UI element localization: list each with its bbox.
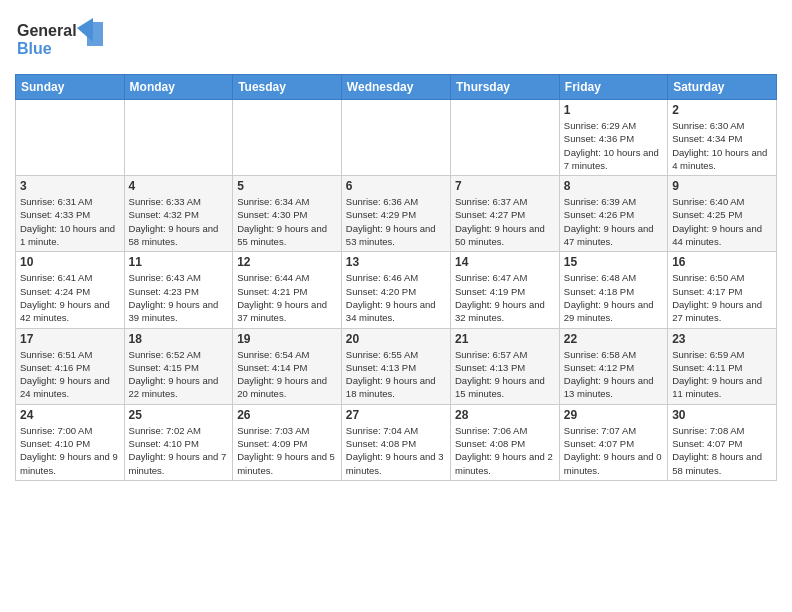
day-number: 30 xyxy=(672,408,772,422)
day-number: 3 xyxy=(20,179,120,193)
calendar-header-row: SundayMondayTuesdayWednesdayThursdayFrid… xyxy=(16,75,777,100)
day-number: 6 xyxy=(346,179,446,193)
day-number: 26 xyxy=(237,408,337,422)
day-info: Sunrise: 6:39 AM Sunset: 4:26 PM Dayligh… xyxy=(564,195,663,248)
calendar-table: SundayMondayTuesdayWednesdayThursdayFrid… xyxy=(15,74,777,481)
calendar-cell: 30Sunrise: 7:08 AM Sunset: 4:07 PM Dayli… xyxy=(668,404,777,480)
day-number: 1 xyxy=(564,103,663,117)
calendar-cell xyxy=(451,100,560,176)
day-info: Sunrise: 7:07 AM Sunset: 4:07 PM Dayligh… xyxy=(564,424,663,477)
day-info: Sunrise: 6:50 AM Sunset: 4:17 PM Dayligh… xyxy=(672,271,772,324)
day-number: 2 xyxy=(672,103,772,117)
day-number: 15 xyxy=(564,255,663,269)
day-info: Sunrise: 7:08 AM Sunset: 4:07 PM Dayligh… xyxy=(672,424,772,477)
calendar-week-row: 3Sunrise: 6:31 AM Sunset: 4:33 PM Daylig… xyxy=(16,176,777,252)
weekday-header: Friday xyxy=(559,75,667,100)
day-number: 4 xyxy=(129,179,229,193)
weekday-header: Tuesday xyxy=(233,75,342,100)
day-info: Sunrise: 6:48 AM Sunset: 4:18 PM Dayligh… xyxy=(564,271,663,324)
calendar-cell: 1Sunrise: 6:29 AM Sunset: 4:36 PM Daylig… xyxy=(559,100,667,176)
calendar-cell: 15Sunrise: 6:48 AM Sunset: 4:18 PM Dayli… xyxy=(559,252,667,328)
calendar-cell xyxy=(16,100,125,176)
day-info: Sunrise: 7:02 AM Sunset: 4:10 PM Dayligh… xyxy=(129,424,229,477)
calendar-cell: 18Sunrise: 6:52 AM Sunset: 4:15 PM Dayli… xyxy=(124,328,233,404)
calendar-cell: 9Sunrise: 6:40 AM Sunset: 4:25 PM Daylig… xyxy=(668,176,777,252)
day-info: Sunrise: 6:29 AM Sunset: 4:36 PM Dayligh… xyxy=(564,119,663,172)
day-number: 16 xyxy=(672,255,772,269)
day-info: Sunrise: 6:58 AM Sunset: 4:12 PM Dayligh… xyxy=(564,348,663,401)
day-info: Sunrise: 6:57 AM Sunset: 4:13 PM Dayligh… xyxy=(455,348,555,401)
day-info: Sunrise: 6:47 AM Sunset: 4:19 PM Dayligh… xyxy=(455,271,555,324)
calendar-cell: 6Sunrise: 6:36 AM Sunset: 4:29 PM Daylig… xyxy=(341,176,450,252)
calendar-cell: 29Sunrise: 7:07 AM Sunset: 4:07 PM Dayli… xyxy=(559,404,667,480)
calendar-cell: 3Sunrise: 6:31 AM Sunset: 4:33 PM Daylig… xyxy=(16,176,125,252)
svg-text:General: General xyxy=(17,22,77,39)
svg-marker-3 xyxy=(77,18,93,42)
day-number: 7 xyxy=(455,179,555,193)
day-info: Sunrise: 7:03 AM Sunset: 4:09 PM Dayligh… xyxy=(237,424,337,477)
day-number: 18 xyxy=(129,332,229,346)
day-number: 11 xyxy=(129,255,229,269)
day-number: 13 xyxy=(346,255,446,269)
day-info: Sunrise: 6:43 AM Sunset: 4:23 PM Dayligh… xyxy=(129,271,229,324)
day-info: Sunrise: 6:46 AM Sunset: 4:20 PM Dayligh… xyxy=(346,271,446,324)
day-info: Sunrise: 6:59 AM Sunset: 4:11 PM Dayligh… xyxy=(672,348,772,401)
header: General Blue xyxy=(15,10,777,66)
weekday-header: Saturday xyxy=(668,75,777,100)
calendar-cell: 4Sunrise: 6:33 AM Sunset: 4:32 PM Daylig… xyxy=(124,176,233,252)
calendar-cell: 8Sunrise: 6:39 AM Sunset: 4:26 PM Daylig… xyxy=(559,176,667,252)
calendar-cell: 27Sunrise: 7:04 AM Sunset: 4:08 PM Dayli… xyxy=(341,404,450,480)
calendar-week-row: 10Sunrise: 6:41 AM Sunset: 4:24 PM Dayli… xyxy=(16,252,777,328)
day-info: Sunrise: 6:55 AM Sunset: 4:13 PM Dayligh… xyxy=(346,348,446,401)
day-number: 29 xyxy=(564,408,663,422)
day-info: Sunrise: 7:00 AM Sunset: 4:10 PM Dayligh… xyxy=(20,424,120,477)
day-number: 25 xyxy=(129,408,229,422)
calendar-cell: 20Sunrise: 6:55 AM Sunset: 4:13 PM Dayli… xyxy=(341,328,450,404)
day-number: 24 xyxy=(20,408,120,422)
day-number: 17 xyxy=(20,332,120,346)
day-number: 8 xyxy=(564,179,663,193)
logo-text: General Blue xyxy=(15,14,110,66)
day-info: Sunrise: 6:36 AM Sunset: 4:29 PM Dayligh… xyxy=(346,195,446,248)
calendar-cell: 19Sunrise: 6:54 AM Sunset: 4:14 PM Dayli… xyxy=(233,328,342,404)
calendar-cell: 23Sunrise: 6:59 AM Sunset: 4:11 PM Dayli… xyxy=(668,328,777,404)
calendar-cell: 24Sunrise: 7:00 AM Sunset: 4:10 PM Dayli… xyxy=(16,404,125,480)
day-info: Sunrise: 6:30 AM Sunset: 4:34 PM Dayligh… xyxy=(672,119,772,172)
day-number: 10 xyxy=(20,255,120,269)
calendar-week-row: 1Sunrise: 6:29 AM Sunset: 4:36 PM Daylig… xyxy=(16,100,777,176)
day-info: Sunrise: 7:04 AM Sunset: 4:08 PM Dayligh… xyxy=(346,424,446,477)
calendar-cell: 14Sunrise: 6:47 AM Sunset: 4:19 PM Dayli… xyxy=(451,252,560,328)
day-info: Sunrise: 6:44 AM Sunset: 4:21 PM Dayligh… xyxy=(237,271,337,324)
day-info: Sunrise: 6:54 AM Sunset: 4:14 PM Dayligh… xyxy=(237,348,337,401)
calendar-cell xyxy=(124,100,233,176)
calendar-cell: 25Sunrise: 7:02 AM Sunset: 4:10 PM Dayli… xyxy=(124,404,233,480)
calendar-cell: 12Sunrise: 6:44 AM Sunset: 4:21 PM Dayli… xyxy=(233,252,342,328)
day-info: Sunrise: 6:34 AM Sunset: 4:30 PM Dayligh… xyxy=(237,195,337,248)
calendar-cell: 26Sunrise: 7:03 AM Sunset: 4:09 PM Dayli… xyxy=(233,404,342,480)
svg-text:Blue: Blue xyxy=(17,40,52,57)
calendar-cell: 28Sunrise: 7:06 AM Sunset: 4:08 PM Dayli… xyxy=(451,404,560,480)
day-number: 21 xyxy=(455,332,555,346)
weekday-header: Monday xyxy=(124,75,233,100)
day-info: Sunrise: 6:52 AM Sunset: 4:15 PM Dayligh… xyxy=(129,348,229,401)
calendar-cell: 16Sunrise: 6:50 AM Sunset: 4:17 PM Dayli… xyxy=(668,252,777,328)
calendar-cell: 22Sunrise: 6:58 AM Sunset: 4:12 PM Dayli… xyxy=(559,328,667,404)
day-number: 28 xyxy=(455,408,555,422)
day-info: Sunrise: 6:41 AM Sunset: 4:24 PM Dayligh… xyxy=(20,271,120,324)
calendar-cell: 7Sunrise: 6:37 AM Sunset: 4:27 PM Daylig… xyxy=(451,176,560,252)
calendar-cell: 13Sunrise: 6:46 AM Sunset: 4:20 PM Dayli… xyxy=(341,252,450,328)
day-number: 19 xyxy=(237,332,337,346)
day-info: Sunrise: 6:40 AM Sunset: 4:25 PM Dayligh… xyxy=(672,195,772,248)
calendar-cell xyxy=(341,100,450,176)
logo: General Blue xyxy=(15,14,110,66)
day-info: Sunrise: 6:31 AM Sunset: 4:33 PM Dayligh… xyxy=(20,195,120,248)
day-info: Sunrise: 6:51 AM Sunset: 4:16 PM Dayligh… xyxy=(20,348,120,401)
day-number: 9 xyxy=(672,179,772,193)
day-number: 22 xyxy=(564,332,663,346)
page-container: General Blue SundayMondayTuesdayWednesda… xyxy=(0,0,792,491)
day-number: 5 xyxy=(237,179,337,193)
day-number: 23 xyxy=(672,332,772,346)
calendar-cell: 21Sunrise: 6:57 AM Sunset: 4:13 PM Dayli… xyxy=(451,328,560,404)
weekday-header: Sunday xyxy=(16,75,125,100)
calendar-cell: 17Sunrise: 6:51 AM Sunset: 4:16 PM Dayli… xyxy=(16,328,125,404)
